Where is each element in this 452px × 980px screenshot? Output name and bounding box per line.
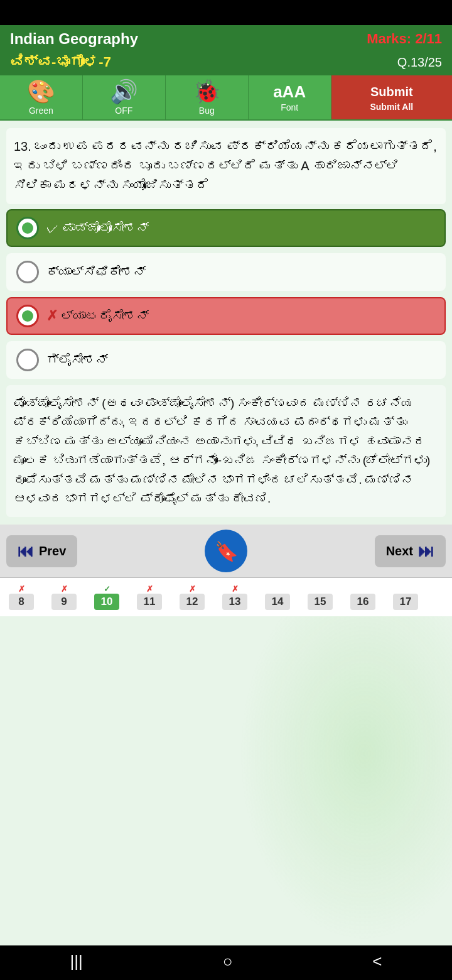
toolbar: 🎨 Green 🔊 OFF 🐞 Bug aAA Font Submit Subm… [0, 75, 452, 121]
dot-13-num: 13 [222, 594, 247, 610]
toolbar-bug[interactable]: 🐞 Bug [166, 75, 249, 119]
marks-display: Marks: 2/11 [367, 31, 442, 47]
option-d[interactable]: ಗ್ಲೈಸೇಶನ್ [6, 341, 446, 379]
toolbar-green[interactable]: 🎨 Green [0, 75, 83, 119]
color-icon: 🎨 [27, 80, 55, 103]
bg-decoration [239, 565, 452, 942]
nav-bar: ⏮ Prev 🔖 Next ⏭ [0, 525, 452, 577]
dot-16-num: 16 [350, 594, 375, 610]
question-number: 13. [14, 139, 31, 153]
option-c[interactable]: ✗ ಲ್ಯಾಟರೈಸೇಶನ್ [6, 297, 446, 335]
dot-13-status: ✗ [232, 584, 239, 594]
question-body: ಒಂದು ಉಪ ಪದರವನ್ನು ರಚಿಸುವ ಪ್ರಕ್ರಿಯೆಯನ್ನು ಕ… [14, 139, 437, 192]
option-b[interactable]: ಕ್ಯಾಲ್ಸಿಫಿಕೇಶನ್ [6, 253, 446, 291]
dot-12[interactable]: ✗ 12 [171, 582, 213, 612]
next-label: Next [386, 544, 413, 558]
back-icon[interactable]: < [372, 952, 382, 971]
dot-9-status: ✗ [61, 584, 68, 594]
dot-8[interactable]: ✗ 8 [0, 582, 43, 612]
chapter-title: ವಿಶ್ವ-ಭೂಗೋಳ-7 [10, 54, 111, 70]
option-b-radio [16, 261, 39, 283]
dot-17-status: · [404, 584, 407, 594]
option-d-label: ಗ್ಲೈಸೇಶನ್ [46, 353, 436, 368]
circle-icon[interactable]: ○ [223, 952, 233, 971]
audio-icon: 🔊 [110, 80, 138, 103]
dot-17[interactable]: · 17 [384, 582, 427, 612]
toolbar-audio[interactable]: 🔊 OFF [83, 75, 166, 119]
option-a-label: ✓ ಪಾಡ್ಜೋಲೋಸೇಶನ್ [46, 221, 436, 236]
dot-15-num: 15 [308, 594, 333, 610]
option-a[interactable]: ✓ ಪಾಡ್ಜೋಲೋಸೇಶನ್ [6, 209, 446, 247]
dot-12-num: 12 [180, 594, 205, 610]
font-icon: aAA [273, 84, 306, 100]
toolbar-audio-label: OFF [115, 106, 132, 116]
dot-9[interactable]: ✗ 9 [43, 582, 85, 612]
option-b-label: ಕ್ಯಾಲ್ಸಿಫಿಕೇಶನ್ [46, 265, 436, 280]
dot-11-num: 11 [137, 594, 162, 610]
dot-14[interactable]: · 14 [256, 582, 299, 612]
submit-all-label: Submit All [370, 102, 413, 112]
prev-icon: ⏮ [18, 542, 34, 561]
dot-16-status: · [362, 584, 364, 594]
option-a-radio [16, 217, 39, 239]
header-sub: ವಿಶ್ವ-ಭೂಗೋಳ-7 Q.13/25 [0, 53, 452, 75]
nav-center: 🔖 [81, 530, 370, 572]
dot-9-num: 9 [51, 594, 77, 610]
question-text: 13. ಒಂದು ಉಪ ಪದರವನ್ನು ರಚಿಸುವ ಪ್ರಕ್ರಿಯೆಯನ್… [6, 128, 446, 204]
dot-15-status: · [319, 584, 321, 594]
submit-button[interactable]: Submit Submit All [331, 75, 452, 119]
toolbar-green-label: Green [29, 106, 53, 116]
dot-10-num: 10 [94, 594, 119, 610]
bookmark-icon: 🔖 [215, 540, 238, 562]
toolbar-font[interactable]: aAA Font [249, 75, 331, 119]
header: Indian Geography Marks: 2/11 [0, 25, 452, 53]
status-bar [0, 0, 452, 25]
dot-11[interactable]: ✗ 11 [128, 582, 171, 612]
wrong-icon: ✗ [46, 308, 58, 324]
option-c-radio [16, 305, 39, 327]
toolbar-font-label: Font [281, 102, 298, 112]
next-button[interactable]: Next ⏭ [375, 535, 446, 567]
dot-15[interactable]: · 15 [299, 582, 342, 612]
dot-8-num: 8 [9, 594, 34, 610]
dot-10-status: ✓ [104, 584, 110, 594]
question-dots: ✗ 8 ✗ 9 ✓ 10 ✗ 11 ✗ 12 ✗ 13 · 14 · 15 [0, 577, 452, 616]
prev-button[interactable]: ⏮ Prev [6, 535, 77, 567]
dot-14-num: 14 [265, 594, 290, 610]
option-d-radio [16, 349, 39, 371]
options-area: ✓ ಪಾಡ್ಜೋಲೋಸೇಶನ್ ಕ್ಯಾಲ್ಸಿಫಿಕೇಶನ್ ✗ ಲ್ಯಾಟರ… [6, 209, 446, 379]
bug-icon: 🐞 [193, 80, 221, 103]
dot-13[interactable]: ✗ 13 [213, 582, 256, 612]
dot-8-status: ✗ [18, 584, 25, 594]
option-c-label: ಲ್ಯಾಟರೈಸೇಶನ್ [62, 309, 436, 324]
explanation-text: ಪೊಡ್ಜೋಲೈಸೇಶನ್ (ಅಥವಾ ಪಾಡ್ಜೋಲೈಸೇಶನ್) ಸಂಕೀರ… [6, 385, 446, 517]
submit-label: Submit [370, 85, 413, 99]
dot-11-status: ✗ [146, 584, 153, 594]
dot-14-status: · [276, 584, 279, 594]
home-icon[interactable]: ||| [70, 952, 82, 971]
prev-label: Prev [39, 544, 66, 558]
bookmark-button[interactable]: 🔖 [205, 530, 247, 572]
dot-10[interactable]: ✓ 10 [85, 582, 128, 612]
question-counter: Q.13/25 [397, 55, 442, 70]
dot-17-num: 17 [393, 594, 418, 610]
toolbar-bug-label: Bug [199, 106, 215, 116]
next-icon: ⏭ [418, 542, 434, 561]
dot-12-status: ✗ [189, 584, 196, 594]
app-title: Indian Geography [10, 30, 138, 48]
dot-16[interactable]: · 16 [342, 582, 384, 612]
bottom-nav: ||| ○ < [0, 945, 452, 980]
